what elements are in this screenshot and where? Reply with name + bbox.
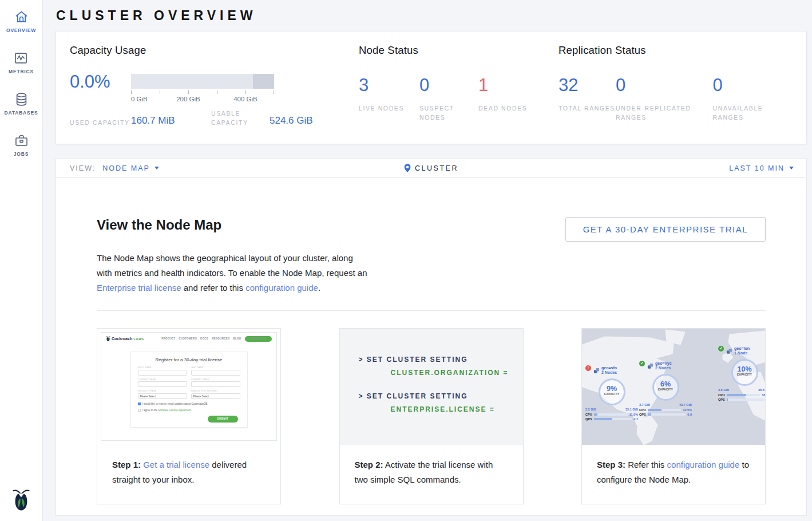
cpu-label: CPU xyxy=(718,393,725,397)
enterprise-trial-button[interactable]: GET A 30-DAY ENTERPRISE TRIAL xyxy=(565,217,766,242)
sidebar-item-label: DATABASES xyxy=(5,110,38,116)
cluster-breadcrumb-label: CLUSTER xyxy=(415,164,458,172)
capacity-donut: 9% CAPACITY xyxy=(599,378,625,405)
capacity-used: 3.7 GiB xyxy=(639,403,650,406)
briefcase-icon xyxy=(14,133,29,148)
get-trial-license-link[interactable]: Get a trial license xyxy=(143,460,209,469)
cpu-bar xyxy=(594,413,628,416)
locality-node-count: 2 Nodes xyxy=(601,370,617,374)
mini-field-label: PROJECT PHASE xyxy=(138,390,187,392)
dead-nodes-value: 1 xyxy=(478,75,527,96)
under-replicated-ranges-label: UNDER-REPLICATED RANGES xyxy=(616,104,713,122)
total-ranges-value: 32 xyxy=(559,75,616,96)
capacity-used: 3.2 GiB xyxy=(585,408,596,411)
qps-value: 4.7 xyxy=(633,417,638,421)
view-label: VIEW: xyxy=(70,164,96,172)
time-range-value: LAST 10 MIN xyxy=(729,164,785,172)
node-map-description: The Node Map shows the geographical layo… xyxy=(97,251,368,295)
sidebar-item-overview[interactable]: OVERVIEW xyxy=(6,9,36,33)
live-nodes-label: LIVE NODES xyxy=(359,104,419,113)
mini-field-select: Please Select xyxy=(138,393,187,399)
used-capacity-label: USED CAPACITY xyxy=(70,118,131,127)
mini-nav-item: RESOURCES xyxy=(212,337,229,340)
house-icon xyxy=(14,9,29,25)
sidebar: OVERVIEW METRICS DATABASES JOBS xyxy=(0,0,43,521)
sidebar-item-databases[interactable]: DATABASES xyxy=(5,92,38,116)
sidebar-item-metrics[interactable]: METRICS xyxy=(9,50,34,74)
locality-sfo: ! geo=sfo 2 Nodes 9% CAPACITY xyxy=(585,365,638,421)
node-status-section: Node Status 3 LIVE NODES 0 SUSPECT NODES… xyxy=(359,44,559,129)
qps-label: QPS xyxy=(639,413,646,416)
main-content: CLUSTER OVERVIEW Capacity Usage 0.0% 0 G… xyxy=(43,8,812,516)
view-selector-dropdown[interactable]: NODE MAP xyxy=(102,164,159,172)
locality-node-count: 1 Node xyxy=(734,351,750,355)
cpu-bar xyxy=(727,394,760,396)
capacity-total: 36.6 GiB xyxy=(758,388,765,392)
view-selector-value: NODE MAP xyxy=(102,164,150,172)
dead-nodes-label: DEAD NODES xyxy=(478,104,527,113)
live-nodes-value: 3 xyxy=(359,75,419,96)
mini-field-input xyxy=(191,370,240,376)
suspect-nodes-value: 0 xyxy=(419,75,478,96)
mini-checkbox-label: I would like to receive email updates ab… xyxy=(142,402,208,405)
replication-status-title: Replication Status xyxy=(559,44,793,57)
mini-nav-item: PRODUCT xyxy=(161,337,175,340)
step-2-card: > SET CLUSTER SETTING CLUSTER.ORGANIZATI… xyxy=(339,328,524,504)
sidebar-item-label: METRICS xyxy=(9,69,34,74)
step-1-caption: Step 1: Get a trial license delivered st… xyxy=(97,445,280,487)
description-text: . xyxy=(318,283,320,293)
live-nodes-metric: 3 LIVE NODES xyxy=(359,75,419,122)
time-range-dropdown[interactable]: LAST 10 MIN xyxy=(729,164,794,172)
configuration-guide-link[interactable]: configuration guide xyxy=(245,283,318,293)
mini-nav-item: CUSTOMERS xyxy=(179,337,197,340)
replication-status-section: Replication Status 32 TOTAL RANGES 0 UND… xyxy=(559,44,793,129)
under-replicated-ranges-value: 0 xyxy=(616,75,713,96)
sidebar-item-jobs[interactable]: JOBS xyxy=(14,133,29,157)
sql-prompt-line: > SET CLUSTER SETTING xyxy=(359,356,523,364)
view-toolbar: VIEW: NODE MAP CLUSTER LAST 10 MIN xyxy=(56,158,807,178)
unavailable-ranges-label: UNAVAILABLE RANGES xyxy=(713,104,793,122)
node-map-heading: View the Node Map xyxy=(97,217,221,233)
step-3-caption: Step 3: Refer this configuration guide t… xyxy=(582,445,765,487)
donut-percent: 9% xyxy=(600,385,624,393)
step-1-label: Step 1: xyxy=(112,460,141,469)
suspect-nodes-label: SUSPECT NODES xyxy=(419,104,478,122)
mini-nav-item: DOCS xyxy=(200,337,208,340)
donut-label: CAPACITY xyxy=(654,388,678,391)
configuration-guide-link[interactable]: configuration guide xyxy=(667,460,740,469)
status-ok-icon: ✓ xyxy=(639,361,645,366)
sidebar-item-label: OVERVIEW xyxy=(6,27,36,33)
mini-nav: PRODUCT CUSTOMERS DOCS RESOURCES BLOG DO… xyxy=(161,336,272,342)
usable-capacity-value: 524.6 GiB xyxy=(270,115,313,127)
qps-value: 0.9 xyxy=(687,413,692,416)
unavailable-ranges-metric: 0 UNAVAILABLE RANGES xyxy=(713,75,793,122)
tick-label-0: 0 GiB xyxy=(131,96,148,102)
locality-name: geo=lon xyxy=(734,346,750,351)
donut-label: CAPACITY xyxy=(733,373,756,376)
qps-label: QPS xyxy=(585,417,592,421)
mini-field-input xyxy=(138,370,187,376)
mini-registration-form: Register for a 30-day trial license FIRS… xyxy=(130,352,248,428)
cluster-breadcrumb: CLUSTER xyxy=(404,164,458,172)
total-ranges-label: TOTAL RANGES xyxy=(559,104,616,113)
locality-nyc: ✓ geo=nyc 2 Nodes 6% CAPACITY xyxy=(639,361,692,416)
status-ok-icon: ✓ xyxy=(718,346,724,352)
mini-checkbox-checked xyxy=(138,402,141,405)
caret-down-icon xyxy=(789,167,794,169)
donut-percent: 6% xyxy=(654,380,678,388)
cpu-value: 42.5% xyxy=(683,408,692,412)
capacity-usage-section: Capacity Usage 0.0% 0 GiB 200 GiB 400 Gi… xyxy=(70,44,359,129)
node-map-card: View the Node Map GET A 30-DAY ENTERPRIS… xyxy=(56,178,807,516)
enterprise-trial-license-link[interactable]: Enterprise trial license xyxy=(97,283,181,293)
caret-down-icon xyxy=(155,167,159,169)
mini-field-label: REASON FOR INTEREST xyxy=(191,390,240,392)
capacity-gauge-ticks xyxy=(131,90,274,94)
tick-label-400: 400 GiB xyxy=(233,96,258,102)
node-status-title: Node Status xyxy=(359,44,559,57)
nodes-cube-icon xyxy=(593,366,600,376)
capacity-usage-title: Capacity Usage xyxy=(70,44,359,57)
step-3-card: ! geo=sfo 2 Nodes 9% CAPACITY xyxy=(581,328,766,504)
sql-setting-line: CLUSTER.ORGANIZATION = xyxy=(391,369,523,377)
step-3-label: Step 3: xyxy=(597,460,625,469)
donut-percent: 10% xyxy=(733,365,756,373)
